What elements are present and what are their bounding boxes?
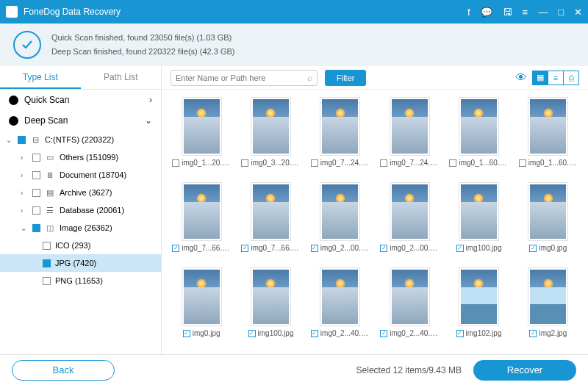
document-icon: 🗎 — [45, 170, 55, 179]
file-checkbox[interactable] — [248, 330, 256, 337]
file-checkbox[interactable] — [380, 330, 387, 337]
checkbox[interactable] — [43, 277, 51, 285]
file-thumbnail[interactable]: img102.jpg — [448, 267, 509, 347]
file-checkbox[interactable] — [449, 159, 456, 167]
maximize-icon[interactable]: □ — [558, 7, 564, 18]
recover-button[interactable]: Recover — [473, 360, 576, 381]
file-checkbox[interactable] — [529, 245, 537, 252]
file-checkbox[interactable] — [380, 245, 387, 252]
quick-scan-status: Quick Scan finished, found 23050 file(s)… — [51, 31, 234, 45]
menu-icon[interactable]: ≡ — [523, 7, 528, 18]
tree-database[interactable]: › ☰ Database (20061) — [0, 201, 161, 219]
back-button[interactable]: Back — [12, 360, 115, 381]
file-thumbnail[interactable]: img0_7...66.jpg — [240, 182, 301, 262]
checkbox[interactable] — [43, 242, 51, 250]
file-thumbnail[interactable]: img0_3...20.jpg — [240, 97, 301, 176]
chevron-right-icon: › — [149, 95, 152, 105]
file-checkbox[interactable] — [456, 245, 464, 252]
thumbnail-image — [528, 97, 568, 156]
tree-ico[interactable]: ICO (293) — [0, 237, 161, 254]
tab-type-list[interactable]: Type List — [0, 66, 81, 89]
file-checkbox[interactable] — [172, 245, 179, 252]
save-icon[interactable]: 🖫 — [503, 7, 512, 18]
minimize-icon[interactable]: — — [538, 7, 548, 18]
file-thumbnail[interactable]: img100.jpg — [240, 267, 301, 347]
file-grid: img0_1...20.jpgimg0_3...20.jpgimg0_7...2… — [162, 90, 588, 354]
quick-scan-section[interactable]: Quick Scan › — [0, 90, 161, 110]
checkbox[interactable] — [18, 136, 26, 144]
checkbox[interactable] — [32, 189, 40, 197]
file-thumbnail[interactable]: img0_2...40.jpg — [309, 267, 371, 347]
file-thumbnail[interactable]: img0_2...00.jpg — [379, 182, 440, 262]
file-checkbox[interactable] — [311, 245, 318, 252]
file-checkbox[interactable] — [529, 330, 537, 337]
chevron-down-icon: ⌄ — [6, 136, 13, 144]
file-thumbnail[interactable]: img0_7...24.jpg — [379, 97, 440, 176]
file-thumbnail[interactable]: img0_1...60.jpg — [517, 97, 579, 176]
close-icon[interactable]: ✕ — [574, 7, 582, 18]
file-name: img0_2...40.jpg — [320, 329, 370, 337]
thumbnail-image — [528, 182, 568, 241]
file-thumbnail[interactable]: img100.jpg — [448, 182, 509, 262]
window-controls: f 💬 🖫 ≡ — □ ✕ — [467, 7, 582, 18]
file-name: img0_1...20.jpg — [182, 159, 231, 167]
search-icon[interactable]: ⌕ — [307, 73, 312, 83]
tree-png[interactable]: PNG (11653) — [0, 272, 161, 289]
file-checkbox[interactable] — [380, 159, 387, 167]
tree-jpg[interactable]: JPG (7420) — [0, 254, 161, 272]
search-input[interactable] — [176, 73, 307, 82]
view-list-button[interactable]: ≡ — [548, 71, 564, 85]
tab-path-list[interactable]: Path List — [81, 66, 162, 89]
tree-label: Document (18704) — [60, 170, 126, 179]
checkbox[interactable] — [32, 171, 40, 179]
thumbnail-image — [459, 97, 499, 156]
tree-document[interactable]: › 🗎 Document (18704) — [0, 166, 161, 184]
file-thumbnail[interactable]: img0_2...40.jpg — [379, 267, 440, 347]
archive-icon: ▤ — [45, 188, 55, 197]
checkbox[interactable] — [43, 259, 51, 267]
search-box[interactable]: ⌕ — [171, 70, 318, 86]
file-thumbnail[interactable]: img2.jpg — [517, 267, 579, 347]
sidebar: Type List Path List Quick Scan › Deep Sc… — [0, 66, 162, 354]
facebook-icon[interactable]: f — [467, 7, 470, 18]
file-thumbnail[interactable]: img0_7...66.jpg — [171, 182, 232, 262]
file-thumbnail[interactable]: img0_1...20.jpg — [171, 97, 232, 176]
tree-label: Others (151099) — [60, 153, 118, 162]
view-grid-button[interactable]: ▦ — [532, 71, 548, 85]
preview-icon[interactable]: 👁 — [515, 71, 527, 84]
tree-archive[interactable]: › ▤ Archive (3627) — [0, 184, 161, 201]
file-checkbox[interactable] — [183, 330, 190, 337]
filter-button[interactable]: Filter — [325, 70, 366, 86]
view-detail-button[interactable]: ⎙ — [563, 71, 579, 85]
file-checkbox[interactable] — [241, 159, 248, 167]
checkbox[interactable] — [32, 206, 40, 215]
file-checkbox[interactable] — [311, 159, 318, 167]
thumbnail-image — [320, 267, 360, 326]
thumbnail-image — [320, 97, 360, 156]
file-checkbox[interactable] — [241, 245, 248, 252]
checkbox[interactable] — [32, 224, 40, 232]
feedback-icon[interactable]: 💬 — [481, 7, 492, 18]
file-checkbox[interactable] — [172, 159, 179, 167]
file-name: img0_7...66.jpg — [182, 244, 231, 252]
file-checkbox[interactable] — [519, 159, 526, 167]
file-checkbox[interactable] — [311, 330, 318, 337]
chevron-right-icon: › — [21, 206, 28, 215]
deep-scan-section[interactable]: Deep Scan ⌄ — [0, 110, 161, 131]
thumbnail-image — [459, 267, 499, 326]
footer: Back Selected 12 items/9.43 MB Recover — [0, 354, 588, 385]
file-name: img0_1...60.jpg — [528, 159, 578, 167]
file-thumbnail[interactable]: img0_7...24.jpg — [309, 97, 371, 176]
file-thumbnail[interactable]: img0_2...00.jpg — [309, 182, 371, 262]
file-thumbnail[interactable]: img0.jpg — [517, 182, 579, 262]
tree-drive[interactable]: ⌄ ⊟ C:(NTFS) (220322) — [0, 131, 161, 148]
tree-image[interactable]: ⌄ ◫ Image (26362) — [0, 219, 161, 237]
checkbox[interactable] — [32, 154, 40, 162]
sidebar-tabs: Type List Path List — [0, 66, 161, 90]
app-logo — [6, 6, 18, 18]
tree-others[interactable]: › ▭ Others (151099) — [0, 148, 161, 166]
file-thumbnail[interactable]: img0_1...60.jpg — [448, 97, 509, 176]
file-thumbnail[interactable]: img0.jpg — [171, 267, 232, 347]
file-name: img0_1...60.jpg — [459, 159, 508, 167]
file-checkbox[interactable] — [456, 330, 464, 337]
